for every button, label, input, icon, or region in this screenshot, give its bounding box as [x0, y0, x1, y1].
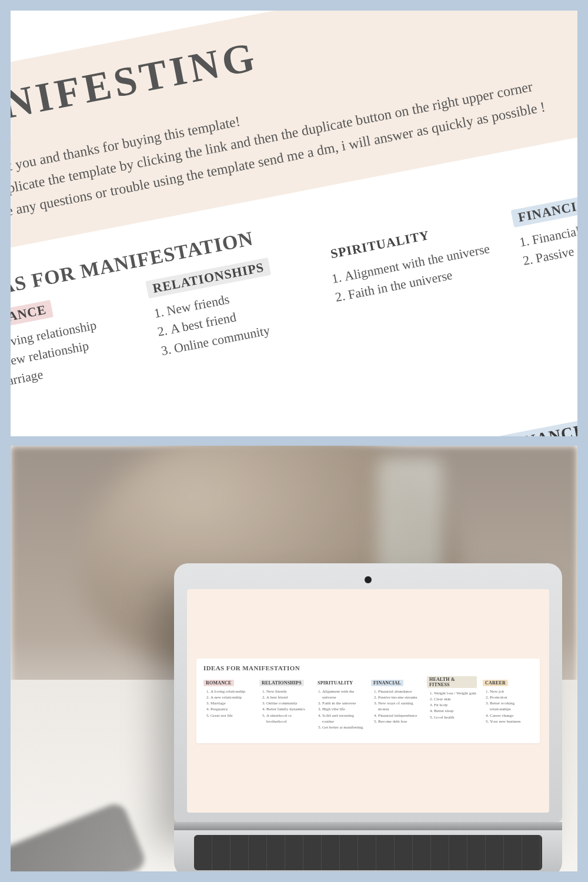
screen-content: IDEAS FOR MANIFESTATION ROMANCE A loving… — [196, 659, 540, 743]
list-item: Better family dynamics — [266, 706, 309, 712]
list-item: New job — [490, 689, 533, 694]
mini-tag-spirituality: SPIRITUALITY — [315, 680, 355, 686]
laptop-mockup: IDEAS FOR MANIFESTATION ROMANCE A loving… — [174, 563, 562, 871]
laptop-keyboard-deck — [174, 830, 562, 871]
mini-tag-career: CAREER — [483, 680, 508, 686]
page-peek: FINANCIAL Financial abundan — [499, 415, 577, 436]
list-item: A sisterhood or brotherhood — [266, 713, 309, 724]
mini-column-financial: FINANCIAL Financial abundance Passive in… — [371, 676, 421, 730]
list-item: Online community — [266, 700, 309, 706]
list-item: Weight loss / Weight gain — [434, 690, 477, 696]
preview-top-panel: MANIFESTING I'm Alicia ✨ Nice to meet yo… — [11, 11, 577, 436]
list-item: Financial independence — [378, 713, 421, 719]
list-item: Better sleep — [434, 708, 477, 714]
laptop-keyboard — [194, 835, 542, 870]
mini-columns: ROMANCE A loving relationship A new rela… — [203, 676, 533, 730]
list-item: Faith in the universe — [322, 700, 365, 706]
preview-bottom-panel: IDEAS FOR MANIFESTATION ROMANCE A loving… — [11, 446, 577, 871]
mini-column-relationships: RELATIONSHIPS New friends A best friend … — [259, 676, 309, 730]
list-item: Marriage — [211, 700, 253, 706]
list-item: Promotion — [490, 694, 533, 700]
list-item: New friends — [266, 689, 309, 694]
list-item: Better working relationships — [490, 700, 533, 712]
peek-tag-financial: FINANCIAL — [499, 415, 577, 436]
list-item: Alignment with the universe — [322, 689, 365, 700]
list-item: Fit body — [434, 702, 477, 708]
list-item: Get better at manifesting — [322, 724, 365, 730]
mini-column-spirituality: SPIRITUALITY Alignment with the universe… — [315, 676, 365, 730]
list-item: Your new business — [490, 719, 533, 724]
list-item: New ways of earning money — [378, 700, 421, 712]
mini-tag-relationships: RELATIONSHIPS — [259, 680, 304, 686]
laptop-screen: IDEAS FOR MANIFESTATION ROMANCE A loving… — [187, 589, 549, 813]
list-item: A new relationship — [211, 694, 253, 700]
mini-column-career: CAREER New job Promotion Better working … — [483, 676, 533, 730]
list-item: Great sex life — [211, 713, 253, 719]
mini-tag-health: HEALTH & FITNESS — [427, 676, 477, 688]
document-closeup: MANIFESTING I'm Alicia ✨ Nice to meet yo… — [11, 11, 577, 404]
list-item: Good health — [434, 714, 477, 720]
list-item: Clear skin — [434, 696, 477, 702]
laptop-hinge — [174, 822, 562, 830]
mini-column-romance: ROMANCE A loving relationship A new rela… — [203, 676, 253, 730]
list-item: A best friend — [266, 694, 309, 700]
laptop-bezel: IDEAS FOR MANIFESTATION ROMANCE A loving… — [174, 563, 562, 822]
mini-column-health: HEALTH & FITNESS Weight loss / Weight ga… — [427, 676, 477, 730]
list-item: Solid and recurring routine — [322, 713, 365, 724]
webcam-icon — [365, 576, 372, 583]
mini-section-title: IDEAS FOR MANIFESTATION — [203, 664, 533, 671]
mini-tag-romance: ROMANCE — [203, 680, 234, 686]
list-item: Passive income streams — [378, 694, 421, 700]
list-item: High vibe life — [322, 706, 365, 712]
list-item: Financial abundance — [378, 689, 421, 694]
list-item: Career change — [490, 713, 533, 719]
mini-tag-financial: FINANCIAL — [371, 680, 403, 686]
list-item: Become debt free — [378, 719, 421, 724]
list-item: A loving relationship — [211, 689, 253, 694]
list-item: Pregnancy — [211, 706, 253, 712]
